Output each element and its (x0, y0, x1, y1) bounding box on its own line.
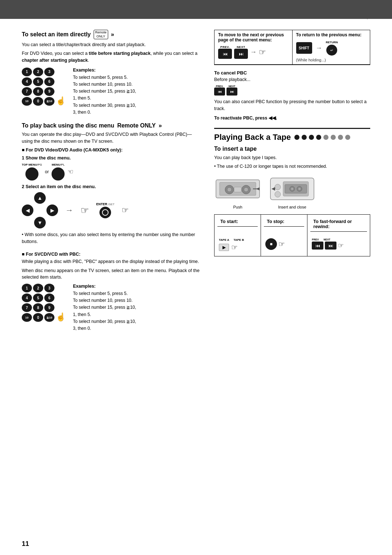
example-3: To select number 15, press ≧10,1, then 5… (73, 88, 136, 102)
hand-cursor-icon: ☝ (56, 96, 66, 106)
small-prev-body: ⏮ (214, 88, 225, 96)
small-prev-next: PREV. ⏮ NEXT ⏭ (214, 85, 370, 96)
hand-cursor-icon-3: ☞ (81, 205, 89, 216)
svcd-btn-3: 3 (44, 284, 54, 292)
tape-push-illus: Push (214, 174, 261, 209)
numpad-btn-1: 1 (22, 68, 32, 76)
hand-cursor-icon-6: ☞ (259, 48, 266, 57)
svcd-btn-4: 4 (22, 293, 32, 302)
svcd-btn-5: 5 (33, 293, 43, 302)
examples-text: To select number 5, press 5. To select n… (73, 74, 136, 116)
svcd-numpad: 1 2 3 4 5 6 7 8 9 10 0 ≧10 (22, 284, 54, 322)
enter-label: ENTER (96, 202, 107, 206)
numpad-btn-10: 10 (22, 97, 32, 106)
svcd-numpad-area: 1 2 3 4 5 6 7 8 9 10 0 ≧10 (22, 284, 200, 332)
example-2: To select number 10, press 10. (73, 81, 136, 88)
hand-cursor-icon-7: ☞ (231, 243, 238, 252)
svcd-example-2: To select number 10, press 10. (73, 297, 136, 304)
prev-btn-body: ⏮ (218, 49, 232, 59)
double-arrow-icon: » (111, 31, 114, 38)
svcd-example-3: To select number 15, press ≧10,1, then 5… (73, 304, 136, 318)
start-content-cell: TAPE A TAPE B ▶ ☞ (215, 234, 261, 256)
remote-badge-2: Remote ONLY (117, 122, 156, 129)
tape-illus-row: Push (214, 174, 370, 209)
next-btn: NEXT ⏭ (234, 45, 248, 59)
svcd-examples-text: To select number 5, press 5. To select n… (73, 290, 136, 332)
prev-label: PREV. (220, 45, 230, 49)
finger-right-icon-2: → (316, 44, 322, 52)
small-next-body: ⏭ (226, 88, 237, 96)
dpad-left: ◀ (22, 204, 33, 216)
stop-content-cell: ■ ☞ (261, 234, 307, 256)
numpad-btn-6: 6 (44, 77, 54, 86)
return-btn-wrap: RETURN ↵ (326, 40, 338, 56)
tape-a-label: TAPE A (219, 238, 229, 242)
hand-cursor-icon-2: ☜ (68, 168, 73, 176)
svcd-btn-8: 8 (33, 303, 43, 312)
cancel-pbc-title: To cancel PBC (214, 70, 370, 76)
prev-label-ffw: PREV (312, 238, 319, 241)
reactivate-text: To reactivate PBC, press ◀◀. (214, 115, 370, 121)
while-holding: (While holding...) (296, 58, 367, 62)
tape-b-label: TAPE B (233, 238, 244, 242)
menu-label: MENU/PL (52, 163, 65, 167)
tape-section: Playing Back a Tape To insert a tape You… (214, 128, 370, 257)
stop-btn: ■ (265, 238, 277, 250)
remote-badge: Remote ONLY (94, 30, 108, 39)
numpad-btn-2: 2 (33, 68, 43, 76)
svg-point-15 (291, 188, 293, 190)
cancel-pbc-body: Before playback... (214, 77, 370, 82)
menu-btn-body (52, 167, 65, 181)
return-btn: ↵ (326, 45, 337, 56)
stop-header-cell: To stop: (261, 215, 307, 234)
small-prev-label: PREV. (216, 85, 223, 88)
top-bar (0, 0, 392, 19)
next-label: NEXT (237, 45, 245, 49)
numpad-btn-7: 7 (22, 87, 32, 96)
svg-point-5 (244, 187, 248, 192)
dpad-right: ▶ (46, 204, 58, 216)
dpad-down: ▼ (34, 217, 46, 228)
svg-rect-13 (285, 185, 307, 193)
top-menu-btn: TOP MENU/PG (22, 163, 42, 181)
return-cell-title: To return to the previous menu: (296, 32, 367, 37)
enter-sub-label: /SET (108, 203, 115, 206)
cancel-pbc-section: To cancel PBC Before playback... PREV. ⏮… (214, 70, 370, 121)
tape-dot-6 (331, 135, 336, 140)
ffw-labels: PREV NEXT (312, 238, 366, 241)
numpad-btn-gte10: ≧10 (44, 97, 54, 106)
tape-ops-header-row: To start: To stop: To fast-forward or re… (215, 215, 370, 234)
tape-dot-1 (294, 135, 299, 140)
svcd-btn-1: 1 (22, 284, 32, 292)
ffw-prev-btn: ⏮ (312, 242, 323, 250)
numpad-btn-9: 9 (44, 87, 54, 96)
tape-ops-table: To start: To stop: To fast-forward or re… (214, 214, 370, 256)
svcd-section: ■ For SVCD/VCD with PBC: While playing a… (22, 252, 200, 332)
svcd-examples-title: Examples: (73, 284, 136, 289)
double-arrow-icon-2: » (159, 122, 162, 129)
insert-body1: You can play back type I tapes. (214, 154, 370, 161)
svg-point-3 (227, 187, 232, 192)
tape-dot-3 (309, 135, 314, 140)
select-item-title: To select an item directly (22, 31, 91, 38)
numpad-area: 1 2 3 4 5 6 7 8 9 10 0 ≧10 ☝ (22, 68, 200, 116)
device-svg (269, 174, 316, 203)
tape-dot-4 (316, 135, 321, 140)
svg-point-10 (275, 184, 281, 190)
svcd-btn-9: 9 (44, 303, 54, 312)
select-item-body2: For DVD Video, you can select a title be… (22, 50, 200, 64)
tape-section-heading: Playing Back a Tape (214, 133, 370, 142)
menu-btn: MENU/PL (52, 163, 65, 181)
return-cell: To return to the previous menu: SHIFT → (293, 30, 370, 64)
tape-dot-7 (338, 135, 343, 140)
shift-btn-wrap: SHIFT (296, 42, 312, 54)
stop-header: To stop: (264, 217, 304, 227)
stop-content: ■ ☞ (264, 236, 304, 252)
play-disc-body: You can operate the disc play—DVD and SV… (22, 131, 200, 145)
tape-ops-content-row: TAPE A TAPE B ▶ ☞ ■ (215, 234, 370, 256)
ffw-content: PREV NEXT ⏮ ⏭ ☞ (310, 236, 367, 252)
start-header-cell: To start: (215, 215, 261, 234)
next-label-ffw: NEXT (323, 238, 330, 241)
enter-btn-inner (102, 209, 109, 216)
insert-tape-heading: To insert a tape (214, 146, 370, 152)
